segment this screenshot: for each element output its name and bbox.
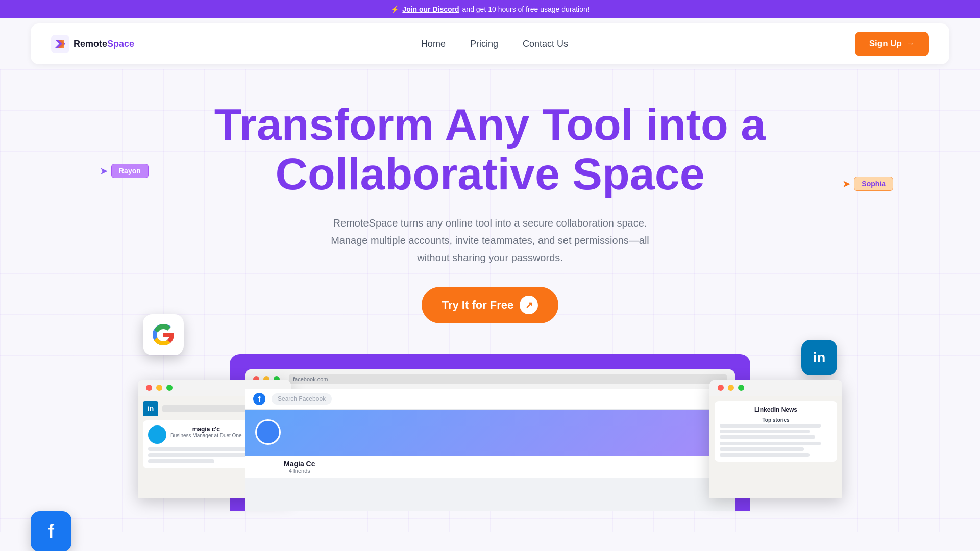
dot-green-right (738, 385, 744, 391)
logo-icon (51, 35, 69, 53)
cta-button[interactable]: Try It for Free ↗ (422, 287, 559, 323)
url-text: facebook.com (293, 376, 328, 382)
nav-pricing[interactable]: Pricing (470, 39, 498, 49)
address-bar[interactable]: facebook.com (289, 374, 727, 384)
signup-arrow: → (906, 39, 915, 49)
hero-content: Transform Any Tool into a Collaborative … (10, 100, 970, 354)
fb-username: Magia Cc (284, 460, 315, 468)
logo[interactable]: RemoteSpace (51, 35, 134, 53)
news-line-4 (720, 442, 821, 445)
dot-red-left (146, 385, 152, 391)
lightning-icon: ⚡ (390, 5, 399, 13)
news-section: Top stories (720, 417, 832, 423)
hero-headline: Transform Any Tool into a Collaborative … (10, 100, 970, 199)
logo-text: RemoteSpace (74, 39, 134, 49)
news-line-3 (720, 435, 815, 439)
right-browser-bar (709, 380, 842, 396)
fb-search-box[interactable]: Search Facebook (272, 393, 332, 405)
fb-profile-avatar (255, 419, 281, 445)
news-title: LinkedIn News (720, 406, 832, 413)
navbar: RemoteSpace Home Pricing Contact Us Sign… (31, 23, 949, 64)
hero-section: ➤ Rayon ➤ Sophia Transform Any Tool into… (0, 69, 980, 532)
fb-logo-small: f (253, 393, 265, 405)
fb-profile-details: Magia Cc 4 friends (284, 460, 315, 474)
content-line-3 (148, 459, 214, 463)
nav-links: Home Pricing Contact Us (421, 39, 568, 49)
dot-yellow-left (156, 385, 162, 391)
news-line-5 (720, 447, 804, 451)
profile-role: Business Manager at Duet One (170, 433, 242, 438)
right-browser-content: LinkedIn News Top stories (709, 396, 842, 498)
main-browser: facebook.com f Search Facebook Magia Cc … (245, 369, 735, 511)
fb-friends-count: 4 friends (284, 468, 315, 474)
facebook-letter: f (48, 521, 54, 542)
nav-contact[interactable]: Contact Us (523, 39, 568, 49)
hero-subtitle: RemoteSpace turns any online tool into a… (316, 214, 664, 266)
news-line-6 (720, 453, 810, 457)
facebook-icon[interactable]: f (31, 511, 71, 551)
dot-green-left (166, 385, 173, 391)
right-browser: LinkedIn News Top stories (709, 380, 842, 498)
fb-nav: f Search Facebook (245, 389, 735, 410)
cta-label: Try It for Free (442, 298, 514, 312)
top-banner: ⚡ Join our Discord and get 10 hours of f… (0, 0, 980, 18)
fb-profile-section: Magia Cc 4 friends (245, 456, 735, 478)
linkedin-logo-small: in (143, 401, 158, 416)
cta-arrow-icon: ↗ (520, 296, 538, 314)
content-line-2 (148, 453, 248, 457)
fb-cover-photo (245, 410, 735, 456)
signup-button[interactable]: Sign Up → (855, 32, 929, 56)
signup-label: Sign Up (869, 39, 902, 49)
dot-red-right (718, 385, 724, 391)
nav-home[interactable]: Home (421, 39, 446, 49)
news-line-1 (720, 424, 821, 428)
profile-name-text: magia c'c (170, 425, 242, 433)
preview-area: in magia c'c Business Manager at Duet On… (230, 354, 750, 511)
profile-info: magia c'c Business Manager at Duet One (170, 425, 242, 444)
discord-link[interactable]: Join our Discord (402, 5, 459, 13)
news-line-2 (720, 430, 810, 433)
linkedin-news-card: LinkedIn News Top stories (715, 401, 837, 462)
main-browser-bar: facebook.com (245, 369, 735, 389)
dot-yellow-right (728, 385, 734, 391)
banner-text: and get 10 hours of free usage duration! (462, 5, 590, 13)
facebook-mockup: f Search Facebook Magia Cc 4 friends (245, 389, 735, 511)
profile-avatar (148, 425, 166, 444)
